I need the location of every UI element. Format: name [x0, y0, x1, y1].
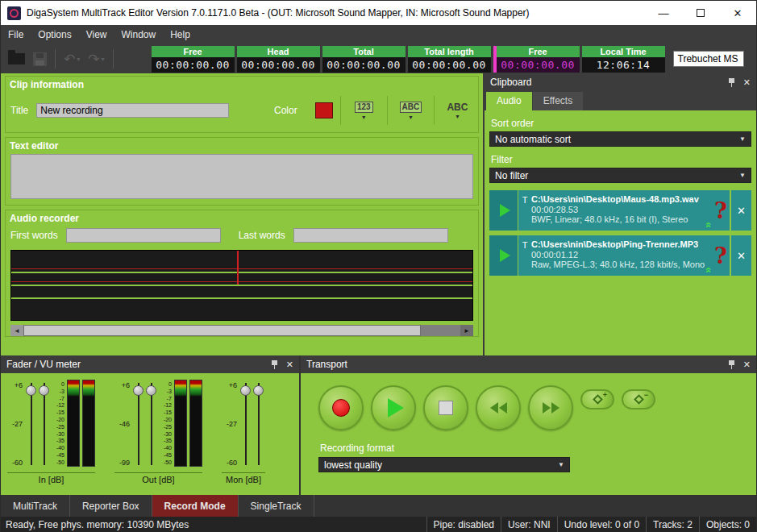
clip-details: C:\Users\nin\Desktop\Maus-48.mp3.wav 00:… [531, 190, 712, 231]
abc-table-icon: ABC [400, 102, 422, 113]
tab-audio[interactable]: Audio [486, 92, 532, 110]
filter-value: No filter [495, 170, 528, 181]
pin-icon[interactable] [727, 360, 736, 370]
pin-icon[interactable] [270, 360, 279, 370]
stop-icon [439, 401, 453, 415]
close-panel-button[interactable]: ✕ [743, 77, 751, 88]
fast-forward-icon [543, 402, 559, 414]
clipboard-panel: Clipboard ✕ Audio Effects Sort order No … [483, 73, 756, 355]
clipboard-tabs: Audio Effects [485, 91, 756, 110]
scrollbar-track[interactable] [23, 325, 460, 336]
chevron-down-icon: ▼ [739, 172, 746, 179]
close-button[interactable]: ✕ [719, 1, 756, 25]
marker-diamond-icon [593, 394, 603, 405]
fader-slider[interactable] [239, 380, 252, 468]
recorder-waveform-display[interactable] [10, 250, 473, 321]
clipboard-item[interactable]: T C:\Users\nin\Desktop\Maus-48.mp3.wav 0… [489, 190, 751, 231]
first-words-input[interactable] [66, 228, 221, 243]
save-icon [33, 52, 47, 66]
sort-order-label: Sort order [491, 118, 751, 129]
fader-knob[interactable] [253, 385, 264, 396]
clipboard-panel-header: Clipboard ✕ [485, 73, 756, 91]
menu-options[interactable]: Options [31, 25, 78, 44]
scroll-left-button[interactable]: ◄ [10, 325, 23, 336]
close-panel-button[interactable]: ✕ [286, 360, 293, 370]
color-swatch-button[interactable] [315, 102, 333, 118]
close-panel-button[interactable]: ✕ [743, 360, 751, 370]
last-words-input[interactable] [293, 228, 448, 243]
pin-icon[interactable] [727, 77, 736, 88]
remove-item-button[interactable]: ✕ [730, 190, 751, 231]
fader-knob[interactable] [39, 385, 49, 396]
recording-format-label: Recording format [320, 443, 756, 454]
remove-marker-button[interactable]: − [622, 389, 655, 409]
menu-bar: File Options View Window Help [1, 25, 756, 44]
rewind-button[interactable] [476, 385, 521, 430]
fader-slider[interactable] [25, 380, 38, 468]
play-clip-button[interactable] [489, 190, 518, 231]
fader-knob[interactable] [26, 385, 36, 396]
record-button[interactable] [318, 385, 364, 430]
menu-view[interactable]: View [79, 25, 114, 44]
status-bar: Ready, Free phys. memory: 10390 MBytes P… [1, 517, 756, 532]
level-line [11, 281, 472, 282]
clip-duration: 00:00:28.53 [531, 205, 712, 214]
chevron-down-icon: ▼ [408, 114, 414, 120]
lane-divider [11, 272, 472, 273]
vu-group-out: +6 -46 -99 0 -3 -7 -12 -15 -20 -25 -30 -… [114, 380, 202, 495]
window-title: DigaSystem MultiTrack Editor Version 7.0… [27, 7, 530, 19]
tab-reporter-box[interactable]: Reporter Box [70, 495, 152, 517]
chevron-down-icon: ▾ [77, 56, 80, 63]
clip-duration: 00:00:01.12 [531, 250, 712, 260]
recording-format-select[interactable]: lowest quality ▼ [318, 457, 570, 472]
collapse-chevron-icon[interactable]: « [704, 222, 712, 227]
section-title: Text editor [6, 138, 478, 152]
scrollbar-thumb[interactable] [23, 325, 421, 336]
fader-slider[interactable] [38, 380, 51, 468]
undo-button[interactable]: ↶ ▾ [60, 48, 84, 70]
fader-knob[interactable] [146, 385, 156, 396]
fader-knob[interactable] [240, 385, 251, 396]
minimize-button[interactable]: — [645, 1, 682, 25]
scroll-right-button[interactable]: ► [460, 325, 473, 336]
add-marker-button[interactable]: + [580, 389, 614, 409]
fader-slider[interactable] [145, 380, 158, 468]
tab-record-mode[interactable]: Record Mode [152, 495, 239, 517]
menu-window[interactable]: Window [114, 25, 164, 44]
menu-file[interactable]: File [1, 25, 31, 44]
tab-effects[interactable]: Effects [533, 92, 583, 110]
menu-help[interactable]: Help [163, 25, 198, 44]
play-icon [388, 398, 404, 418]
abc-dropdown-button[interactable]: ABC ▼ [442, 95, 473, 126]
maximize-button[interactable] [682, 1, 719, 25]
time-displays: Free 00:00:00.00 Head 00:00:00.00 Total … [152, 46, 665, 73]
maximize-icon [697, 9, 705, 17]
stop-button[interactable] [423, 385, 468, 430]
fast-forward-button[interactable] [528, 385, 573, 430]
tab-multitrack[interactable]: MultiTrack [1, 495, 70, 517]
sort-order-select[interactable]: No automatic sort ▼ [489, 131, 751, 147]
separator [434, 96, 435, 125]
status-user: User: NNI [501, 517, 557, 532]
clipboard-item[interactable]: T C:\Users\nin\Desktop\Ping-Trenner.MP3 … [489, 235, 751, 276]
fader-slider[interactable] [132, 380, 145, 468]
save-button[interactable] [29, 48, 51, 70]
filter-select[interactable]: No filter ▼ [489, 168, 751, 183]
bottom-panels: Fader / VU meter ✕ +6 -27 -60 0 -3 -7 -1… [1, 355, 756, 495]
numbering-dropdown-button[interactable]: 123 ▼ [348, 95, 380, 126]
fader-knob[interactable] [133, 385, 143, 396]
play-button[interactable] [371, 385, 416, 430]
transport-panel: Transport ✕ + − [299, 355, 756, 495]
play-clip-button[interactable] [489, 235, 518, 276]
tab-singletrack[interactable]: SingleTrack [239, 495, 314, 517]
remove-item-button[interactable]: ✕ [730, 235, 751, 276]
abc-table-dropdown-button[interactable]: ABC ▼ [395, 95, 426, 126]
redo-button[interactable]: ↷ ▾ [84, 48, 108, 70]
title-input[interactable] [36, 103, 229, 118]
collapse-chevron-icon[interactable]: « [704, 267, 712, 272]
open-button[interactable] [4, 48, 29, 70]
font-selector[interactable]: Trebuchet MS [673, 51, 744, 67]
chevron-down-icon: ▼ [739, 135, 746, 143]
text-editor-input[interactable] [10, 154, 473, 199]
fader-slider[interactable] [252, 380, 265, 468]
